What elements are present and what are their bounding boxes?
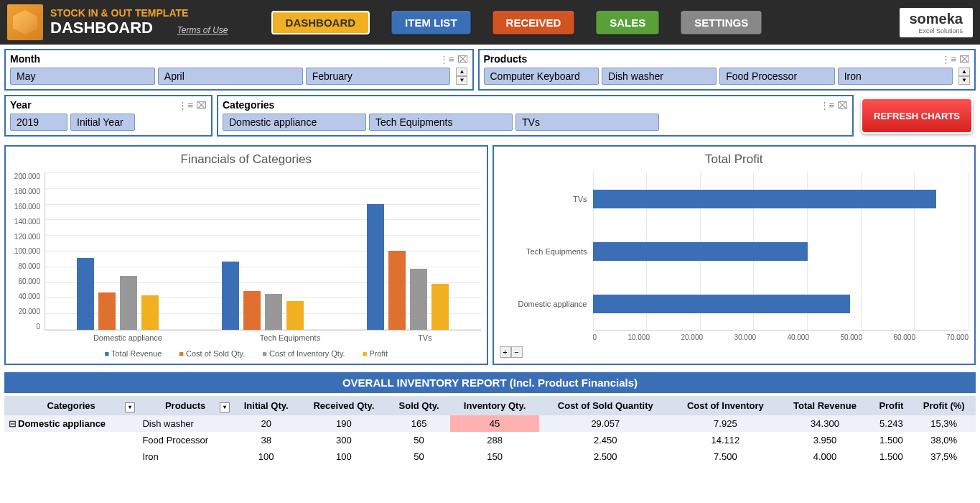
cell: 14.112 bbox=[671, 432, 780, 448]
brand-sub: Excel Solutions bbox=[910, 27, 963, 34]
zoom-out-icon[interactable]: − bbox=[511, 346, 523, 358]
cell: ⊟Domestic appliance bbox=[4, 415, 138, 432]
col-header: Sold Qty. bbox=[388, 396, 449, 415]
cell: 29.057 bbox=[539, 415, 671, 432]
slicer-item[interactable]: Food Processor bbox=[719, 68, 834, 85]
slicer-item[interactable]: Computer Keyboard bbox=[484, 68, 599, 85]
scroll-down-icon[interactable]: ▼ bbox=[958, 76, 970, 85]
multiselect-icon[interactable]: ⋮≡ bbox=[820, 100, 835, 111]
chart-financials: Financials of Categories 200.000180.0001… bbox=[4, 145, 488, 365]
nav-sales-button[interactable]: SALES bbox=[596, 11, 659, 34]
cell: 2.450 bbox=[539, 432, 671, 448]
nav: DASHBOARD ITEM LIST RECEIVED SALES SETTI… bbox=[271, 11, 900, 34]
page-title: DASHBOARD bbox=[50, 19, 153, 37]
slicer-item[interactable]: 2019 bbox=[10, 114, 67, 131]
slicer-products: Products ⋮≡ ⌧ Computer Keyboard Dish was… bbox=[478, 49, 976, 91]
table-row: Food Processor38300502882.45014.1123.950… bbox=[4, 432, 976, 448]
nav-settings-button[interactable]: SETTINGS bbox=[681, 11, 762, 34]
slicer-item[interactable]: Initial Year bbox=[70, 114, 135, 131]
clear-filter-icon[interactable]: ⌧ bbox=[837, 100, 848, 111]
cell: 1.500 bbox=[870, 432, 912, 448]
cell bbox=[4, 432, 138, 448]
brand-name: someka bbox=[910, 11, 963, 27]
cell: 165 bbox=[388, 415, 449, 432]
bar bbox=[431, 284, 449, 330]
cell: 20 bbox=[233, 415, 300, 432]
clear-filter-icon[interactable]: ⌧ bbox=[959, 54, 970, 65]
slicer-item[interactable]: Domestic appliance bbox=[223, 114, 366, 131]
table-header-row: Categories▾Products▾Initial Qty.Received… bbox=[4, 396, 976, 415]
bar bbox=[367, 204, 384, 330]
multiselect-icon[interactable]: ⋮≡ bbox=[941, 54, 956, 65]
refresh-label: REFRESH CHARTS bbox=[874, 111, 960, 121]
slicer-categories: Categories ⋮≡ ⌧ Domestic appliance Tech … bbox=[217, 95, 854, 137]
bar bbox=[98, 292, 116, 330]
cell: 2.500 bbox=[539, 448, 671, 465]
chart-title: Total Profit bbox=[500, 152, 969, 167]
plot-area bbox=[45, 172, 481, 331]
cell: 300 bbox=[299, 432, 388, 448]
y-labels: TVsTech EquipmentsDomestic appliance bbox=[500, 172, 593, 331]
slicer-year: Year ⋮≡ ⌧ 2019 Initial Year bbox=[4, 95, 213, 137]
col-header: Inventory Qty. bbox=[450, 396, 540, 415]
terms-link[interactable]: Terms of Use bbox=[177, 25, 228, 35]
scroll-down-icon[interactable]: ▼ bbox=[456, 76, 467, 85]
report-header: OVERALL INVENTORY REPORT (Incl. Product … bbox=[4, 372, 976, 393]
nav-dashboard-button[interactable]: DASHBOARD bbox=[271, 11, 370, 34]
bar bbox=[286, 301, 304, 330]
col-header: Cost of Sold Quantity bbox=[539, 396, 671, 415]
nav-itemlist-button[interactable]: ITEM LIST bbox=[391, 11, 471, 34]
x-labels: 010.00020.00030.00040.00050.00060.00070.… bbox=[593, 333, 969, 341]
scroll-up-icon[interactable]: ▲ bbox=[456, 68, 467, 76]
cell: 7.925 bbox=[671, 415, 780, 432]
col-header: Profit (%) bbox=[912, 396, 976, 415]
app-header: STOCK IN & OUT TEMPLATE DASHBOARD Terms … bbox=[0, 0, 980, 45]
brand-logo: someka Excel Solutions bbox=[900, 8, 974, 37]
y-axis: 200.000180.000160.000140.000120.000100.0… bbox=[11, 172, 45, 331]
col-header: Categories▾ bbox=[4, 396, 138, 415]
cell: 37,5% bbox=[912, 448, 976, 465]
bar bbox=[141, 295, 159, 330]
clear-filter-icon[interactable]: ⌧ bbox=[196, 100, 207, 111]
slicer-item[interactable]: Tech Equipments bbox=[369, 114, 513, 131]
bar bbox=[265, 294, 282, 330]
filter-icon[interactable]: ▾ bbox=[125, 402, 135, 412]
filter-icon[interactable]: ▾ bbox=[220, 402, 230, 412]
refresh-charts-button[interactable]: REFRESH CHARTS bbox=[861, 98, 973, 134]
collapse-icon[interactable]: ⊟ bbox=[9, 418, 17, 429]
cell: Iron bbox=[138, 448, 232, 465]
cell: 4.000 bbox=[780, 448, 871, 465]
cell: 15,3% bbox=[912, 415, 976, 432]
slicer-month: Month ⋮≡ ⌧ May April February ▲ ▼ bbox=[4, 49, 474, 91]
slicer-item[interactable]: April bbox=[158, 68, 303, 85]
legend-item: Total Revenue bbox=[104, 349, 162, 358]
slicer-scroll: ▲ ▼ bbox=[958, 68, 970, 85]
slicer-products-title: Products bbox=[484, 53, 942, 65]
cell: 50 bbox=[388, 448, 449, 465]
slicer-item[interactable]: TVs bbox=[515, 114, 659, 131]
app-logo-icon bbox=[7, 4, 43, 40]
col-header: Initial Qty. bbox=[233, 396, 300, 415]
cell: 150 bbox=[450, 448, 540, 465]
scroll-up-icon[interactable]: ▲ bbox=[958, 68, 970, 76]
app-title: STOCK IN & OUT TEMPLATE bbox=[50, 7, 228, 19]
slicer-year-title: Year bbox=[10, 99, 178, 111]
cell: 7.500 bbox=[671, 448, 780, 465]
col-header: Products▾ bbox=[138, 396, 232, 415]
slicer-item[interactable]: Iron bbox=[838, 68, 953, 85]
clear-filter-icon[interactable]: ⌧ bbox=[457, 54, 468, 65]
col-header: Profit bbox=[870, 396, 912, 415]
multiselect-icon[interactable]: ⋮≡ bbox=[439, 54, 454, 65]
titles: STOCK IN & OUT TEMPLATE DASHBOARD Terms … bbox=[50, 7, 228, 37]
nav-received-button[interactable]: RECEIVED bbox=[493, 11, 575, 34]
multiselect-icon[interactable]: ⋮≡ bbox=[178, 100, 193, 111]
cell bbox=[4, 448, 138, 465]
zoom-in-icon[interactable]: + bbox=[500, 346, 511, 358]
slicer-item[interactable]: February bbox=[306, 68, 451, 85]
chart-profit: Total Profit TVsTech EquipmentsDomestic … bbox=[493, 145, 976, 365]
slicer-item[interactable]: Dish washer bbox=[602, 68, 717, 85]
slicer-item[interactable]: May bbox=[10, 68, 155, 85]
slicer-scroll: ▲ ▼ bbox=[456, 68, 467, 85]
legend-item: Profit bbox=[363, 349, 388, 358]
cell: 100 bbox=[233, 448, 300, 465]
